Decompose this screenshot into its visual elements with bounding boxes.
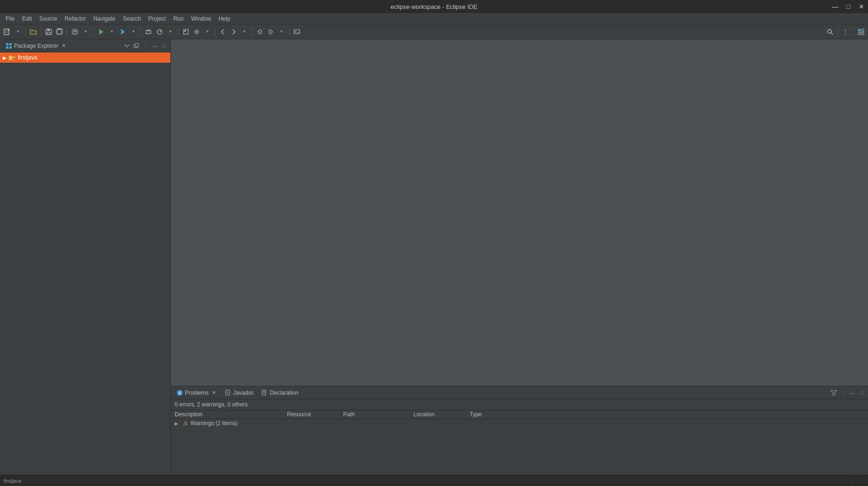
col-header-type[interactable]: Type: [470, 411, 516, 418]
svg-rect-30: [861, 29, 864, 31]
perspective-button[interactable]: [856, 27, 866, 37]
main-content: Package Explorer ✕ ⋮ — □ ▶: [0, 39, 868, 475]
menu-window[interactable]: Window: [187, 13, 215, 24]
toolbar-separator-9: [289, 28, 289, 36]
save-all-button[interactable]: [54, 27, 65, 37]
toolbar-more[interactable]: ⋮: [840, 27, 851, 37]
problems-tab[interactable]: ! Problems ✕: [173, 389, 221, 397]
next-edit-button[interactable]: [265, 27, 276, 37]
col-header-location[interactable]: Location: [413, 411, 470, 418]
external-tools-group: ▼: [144, 27, 176, 37]
warning-icon: ⚠: [182, 420, 189, 427]
new-button-group: ▼: [2, 27, 23, 37]
coverage-button[interactable]: [154, 27, 165, 37]
minimize-button[interactable]: —: [829, 0, 842, 13]
run-dropdown[interactable]: ▼: [107, 27, 117, 37]
package-explorer-header: Package Explorer ✕ ⋮ — □: [0, 39, 170, 52]
svg-point-27: [828, 29, 831, 33]
back-button[interactable]: [218, 27, 228, 37]
menu-project[interactable]: Project: [145, 13, 169, 24]
menu-navigate[interactable]: Navigate: [89, 13, 119, 24]
new-button[interactable]: [2, 27, 12, 37]
save-button[interactable]: [44, 27, 54, 37]
search-toolbar-button[interactable]: [825, 27, 835, 37]
expand-chevron: ▶: [3, 55, 7, 60]
nav-dropdown[interactable]: ▼: [239, 27, 250, 37]
explorer-empty-area: [0, 63, 170, 475]
package-explorer-tab[interactable]: Package Explorer ✕: [2, 42, 71, 50]
terminal-button[interactable]: [292, 27, 302, 37]
javadoc-tab-label: Javadoc: [233, 390, 254, 396]
problems-tab-close[interactable]: ✕: [211, 390, 217, 396]
package-explorer-icon: [6, 43, 12, 49]
problems-filter-button[interactable]: [830, 389, 838, 397]
javadoc-tab[interactable]: J Javadoc: [221, 389, 258, 397]
save-button-group: [44, 27, 65, 37]
svg-rect-29: [858, 29, 861, 31]
svg-rect-20: [184, 30, 186, 32]
history-nav-group: ▼: [255, 27, 287, 37]
publish-button[interactable]: [70, 27, 80, 37]
publish-dropdown[interactable]: ▼: [81, 27, 91, 37]
menu-file[interactable]: File: [2, 13, 18, 24]
menu-edit[interactable]: Edit: [18, 13, 36, 24]
new-dropdown[interactable]: ▼: [13, 27, 23, 37]
external-tools-button[interactable]: [144, 27, 154, 37]
menu-source[interactable]: Source: [36, 13, 61, 24]
svg-rect-35: [6, 46, 8, 49]
col-header-resource[interactable]: Resource: [287, 411, 343, 418]
status-bar-more: ⋮: [859, 478, 864, 484]
title-bar-controls: — □ ✕: [829, 0, 868, 13]
problems-summary-text: 0 errors, 2 warnings, 0 others: [175, 401, 248, 408]
menu-run[interactable]: Run: [169, 13, 187, 24]
coverage-dropdown[interactable]: ▼: [165, 27, 176, 37]
toolbar-separator-10: [838, 28, 838, 36]
bottom-panel: ! Problems ✕ J Javadoc: [171, 386, 868, 475]
panel-header-actions: ⋮ — □: [123, 42, 169, 50]
project-tree-item[interactable]: ▶ J firstjava: [0, 52, 170, 63]
svg-marker-12: [99, 29, 103, 35]
publish-button-group: ▼: [70, 27, 91, 37]
toolbar: ▼ ▼ ▼: [0, 24, 868, 39]
run-button[interactable]: [96, 27, 106, 37]
restore-button[interactable]: □: [842, 0, 855, 13]
status-bar-dots: ⋮: [850, 478, 855, 484]
toolbar-separator-7: [215, 28, 215, 36]
problems-maximize[interactable]: □: [858, 389, 866, 397]
history-dropdown[interactable]: ▼: [276, 27, 287, 37]
menu-refactor[interactable]: Refactor: [61, 13, 89, 24]
tool1-button[interactable]: [181, 27, 191, 37]
problems-minimize[interactable]: —: [848, 389, 857, 397]
collapse-all-button[interactable]: [123, 42, 131, 50]
panel-minimize[interactable]: —: [151, 42, 159, 50]
warnings-group-row[interactable]: ▶ ⚠ Warnings (2 items): [171, 419, 868, 427]
col-header-description[interactable]: Description: [175, 411, 287, 418]
panel-view-menu[interactable]: ⋮: [141, 42, 150, 50]
panel-maximize[interactable]: □: [160, 42, 169, 50]
declaration-tab[interactable]: Declaration: [257, 389, 302, 397]
col-header-path[interactable]: Path: [343, 411, 413, 418]
forward-button[interactable]: [228, 27, 239, 37]
tools-group: ▼: [181, 27, 213, 37]
svg-rect-16: [147, 29, 149, 30]
declaration-icon: [261, 390, 268, 396]
status-bar-right: ⋮ ⋮: [850, 478, 864, 484]
package-explorer-close[interactable]: ✕: [60, 43, 67, 49]
debug-dropdown[interactable]: ▼: [128, 27, 139, 37]
svg-rect-34: [9, 43, 12, 45]
right-panel: ! Problems ✕ J Javadoc: [171, 39, 868, 475]
close-button[interactable]: ✕: [855, 0, 868, 13]
menu-help[interactable]: Help: [215, 13, 234, 24]
open-button[interactable]: [28, 27, 38, 37]
tool2-button[interactable]: [191, 27, 202, 37]
toolbar-separator-8: [252, 28, 252, 36]
link-editor-button[interactable]: [132, 42, 140, 50]
problems-view-menu[interactable]: ⋮: [839, 389, 847, 397]
debug-button[interactable]: [118, 27, 128, 37]
run-button-group: ▼ ▼: [96, 27, 139, 37]
prev-edit-button[interactable]: [255, 27, 265, 37]
tool3-dropdown[interactable]: ▼: [202, 27, 213, 37]
menu-search[interactable]: Search: [119, 13, 145, 24]
problems-tab-label: Problems: [185, 390, 209, 396]
package-explorer-tab-label: Package Explorer: [14, 43, 59, 49]
